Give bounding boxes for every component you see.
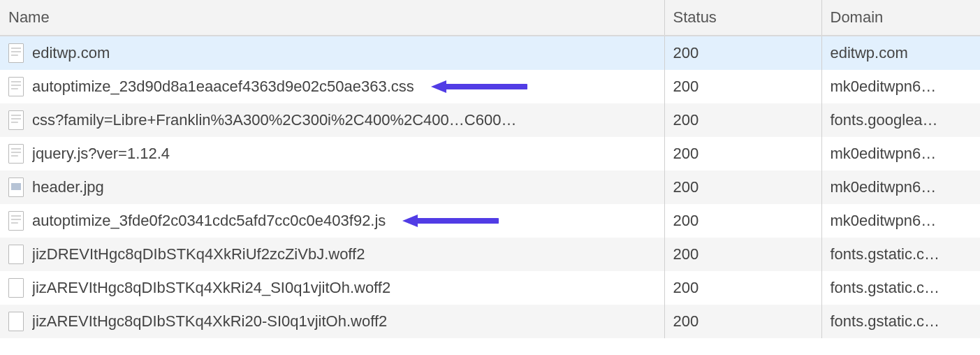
table-row[interactable]: editwp.com200editwp.com (0, 36, 980, 70)
file-icon (8, 77, 24, 96)
table-header-row: Name Status Domain (0, 0, 980, 36)
cell-name[interactable]: editwp.com (0, 36, 664, 70)
file-name: jizDREVItHgc8qDIbSTKq4XkRiUf2zcZiVbJ.wof… (32, 245, 365, 263)
cell-domain: mk0editwpn6… (821, 204, 980, 238)
cell-name[interactable]: autoptimize_23d90d8a1eaacef4363d9e02c50a… (0, 70, 664, 103)
arrow-left-icon (430, 79, 527, 94)
cell-domain: mk0editwpn6… (821, 70, 980, 103)
column-header-status[interactable]: Status (664, 0, 821, 36)
cell-name[interactable]: jizAREVItHgc8qDIbSTKq4XkRi24_SI0q1vjitOh… (0, 271, 664, 305)
cell-domain: fonts.gstatic.c… (821, 238, 980, 271)
cell-name[interactable]: jquery.js?ver=1.12.4 (0, 137, 664, 171)
file-name: autoptimize_3fde0f2c0341cdc5afd7cc0c0e40… (32, 212, 386, 230)
file-icon (8, 211, 24, 231)
network-table: Name Status Domain editwp.com200editwp.c… (0, 0, 980, 338)
file-icon (8, 245, 24, 264)
file-name: css?family=Libre+Franklin%3A300%2C300i%2… (32, 111, 516, 129)
file-icon (8, 110, 24, 130)
file-icon (8, 144, 24, 164)
cell-domain: mk0editwpn6… (821, 137, 980, 171)
cell-name[interactable]: jizAREVItHgc8qDIbSTKq4XkRi20-SI0q1vjitOh… (0, 305, 664, 338)
arrow-left-icon (401, 213, 499, 229)
cell-status: 200 (664, 70, 821, 103)
cell-domain: mk0editwpn6… (821, 171, 980, 204)
file-name: header.jpg (32, 178, 104, 196)
file-icon (8, 43, 24, 63)
table-row[interactable]: jizAREVItHgc8qDIbSTKq4XkRi20-SI0q1vjitOh… (0, 305, 980, 338)
cell-status: 200 (664, 171, 821, 204)
cell-status: 200 (664, 238, 821, 271)
table-row[interactable]: jizAREVItHgc8qDIbSTKq4XkRi24_SI0q1vjitOh… (0, 271, 980, 305)
cell-domain: fonts.gstatic.c… (821, 305, 980, 338)
file-icon (8, 312, 24, 331)
cell-status: 200 (664, 204, 821, 238)
column-header-name[interactable]: Name (0, 0, 664, 36)
cell-status: 200 (664, 36, 821, 70)
cell-name[interactable]: autoptimize_3fde0f2c0341cdc5afd7cc0c0e40… (0, 204, 664, 238)
file-name: editwp.com (32, 44, 110, 62)
table-row[interactable]: autoptimize_23d90d8a1eaacef4363d9e02c50a… (0, 70, 980, 103)
cell-status: 200 (664, 305, 821, 338)
column-header-domain[interactable]: Domain (821, 0, 980, 36)
table-row[interactable]: jizDREVItHgc8qDIbSTKq4XkRiUf2zcZiVbJ.wof… (0, 238, 980, 271)
table-row[interactable]: header.jpg200mk0editwpn6… (0, 171, 980, 204)
file-icon (8, 278, 24, 298)
cell-status: 200 (664, 103, 821, 137)
table-row[interactable]: jquery.js?ver=1.12.4200mk0editwpn6… (0, 137, 980, 171)
cell-domain: fonts.gstatic.c… (821, 271, 980, 305)
file-name: jquery.js?ver=1.12.4 (32, 145, 170, 163)
cell-domain: fonts.googlea… (821, 103, 980, 137)
svg-marker-3 (402, 215, 418, 227)
table-row[interactable]: autoptimize_3fde0f2c0341cdc5afd7cc0c0e40… (0, 204, 980, 238)
file-name: jizAREVItHgc8qDIbSTKq4XkRi24_SI0q1vjitOh… (32, 279, 390, 297)
file-name: autoptimize_23d90d8a1eaacef4363d9e02c50a… (32, 78, 414, 96)
cell-name[interactable]: jizDREVItHgc8qDIbSTKq4XkRiUf2zcZiVbJ.wof… (0, 238, 664, 271)
cell-name[interactable]: header.jpg (0, 171, 664, 204)
cell-name[interactable]: css?family=Libre+Franklin%3A300%2C300i%2… (0, 103, 664, 137)
table-row[interactable]: css?family=Libre+Franklin%3A300%2C300i%2… (0, 103, 980, 137)
cell-status: 200 (664, 137, 821, 171)
cell-status: 200 (664, 271, 821, 305)
cell-domain: editwp.com (821, 36, 980, 70)
file-name: jizAREVItHgc8qDIbSTKq4XkRi20-SI0q1vjitOh… (32, 312, 387, 331)
svg-marker-1 (431, 80, 446, 93)
file-icon (8, 178, 24, 197)
